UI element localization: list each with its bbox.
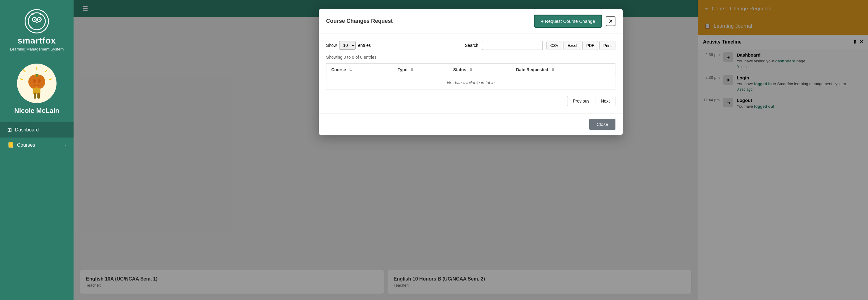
main-area: ☰ EFF Balance: 60 Welcome Nicole McLain … (73, 0, 868, 300)
sort-icon: ⇅ (349, 68, 352, 72)
sidebar-item-label: Courses (17, 142, 35, 148)
modal-header: Course Changes Request + Request Course … (319, 9, 623, 33)
search-input[interactable] (482, 41, 543, 50)
export-buttons: CSV Excel PDF Print (547, 41, 615, 50)
svg-point-19 (33, 79, 36, 83)
sidebar-item-courses[interactable]: 📒 Courses ‹ (0, 138, 73, 153)
pdf-button[interactable]: PDF (582, 41, 598, 50)
excel-button[interactable]: Excel (563, 41, 581, 50)
svg-point-20 (38, 79, 41, 83)
logo-icon (25, 9, 49, 33)
modal-title: Course Changes Request (326, 18, 393, 24)
modal-header-right: + Request Course Change ✕ (534, 15, 615, 28)
modal: Course Changes Request + Request Course … (319, 9, 623, 135)
user-name: Nicole McLain (14, 107, 59, 115)
sidebar: smartfox Learning Management System (0, 0, 73, 300)
show-entries: Show 10 25 50 entries (326, 41, 371, 50)
app-wrapper: smartfox Learning Management System (0, 0, 868, 300)
svg-point-5 (34, 19, 35, 20)
data-table: Course ⇅ Type ⇅ Status ⇅ (326, 63, 615, 90)
modal-body: Show 10 25 50 entries Search: (319, 33, 623, 113)
col-status[interactable]: Status ⇅ (448, 63, 511, 76)
sort-icon: ⇅ (410, 68, 413, 72)
sidebar-logo: smartfox Learning Management System (4, 0, 70, 57)
sidebar-item-label: Dashboard (15, 127, 39, 133)
show-label: Show (326, 43, 337, 48)
svg-rect-23 (37, 93, 40, 99)
svg-line-13 (23, 70, 25, 72)
entries-select[interactable]: 10 25 50 (339, 41, 355, 50)
close-button[interactable]: Close (589, 119, 615, 130)
avatar (17, 63, 57, 103)
next-button[interactable]: Next (595, 96, 615, 106)
request-course-change-button[interactable]: + Request Course Change (534, 15, 602, 28)
col-date-requested[interactable]: Date Requested ⇅ (511, 63, 615, 76)
modal-footer: Close (319, 113, 623, 135)
svg-marker-7 (36, 21, 38, 23)
svg-rect-18 (36, 74, 38, 77)
col-type[interactable]: Type ⇅ (393, 63, 448, 76)
courses-icon: 📒 (7, 142, 14, 148)
nav-menu: ⊞ Dashboard 📒 Courses ‹ (0, 122, 73, 153)
dashboard-icon: ⊞ (7, 127, 12, 133)
no-data-cell: No data available in table (327, 76, 615, 90)
chevron-icon: ‹ (65, 143, 66, 147)
logo-text: smartfox (18, 36, 56, 46)
search-label: Search: (465, 43, 479, 48)
svg-line-12 (49, 79, 52, 80)
table-controls: Show 10 25 50 entries Search: (326, 41, 615, 50)
svg-line-14 (20, 79, 23, 80)
previous-button[interactable]: Previous (567, 96, 595, 106)
sort-icon: ⇅ (469, 68, 472, 72)
sort-icon: ⇅ (551, 68, 554, 72)
avatar-section: Nicole McLain (14, 57, 59, 119)
svg-point-6 (39, 19, 40, 20)
pagination: Previous Next (326, 96, 615, 106)
modal-close-x-button[interactable]: ✕ (606, 17, 615, 26)
svg-rect-22 (34, 93, 36, 99)
svg-line-11 (45, 70, 48, 72)
col-course[interactable]: Course ⇅ (327, 63, 393, 76)
logo-subtitle: Learning Management System (10, 47, 64, 51)
search-box: Search: (465, 41, 542, 50)
table-row-no-data: No data available in table (327, 76, 615, 90)
print-button[interactable]: Print (599, 41, 615, 50)
sidebar-item-dashboard[interactable]: ⊞ Dashboard (0, 122, 73, 138)
modal-overlay: Course Changes Request + Request Course … (73, 0, 868, 300)
svg-rect-21 (33, 88, 40, 94)
entries-label: entries (358, 43, 371, 48)
entries-info: Showing 0 to 0 of 0 entries (326, 55, 615, 60)
csv-button[interactable]: CSV (547, 41, 563, 50)
